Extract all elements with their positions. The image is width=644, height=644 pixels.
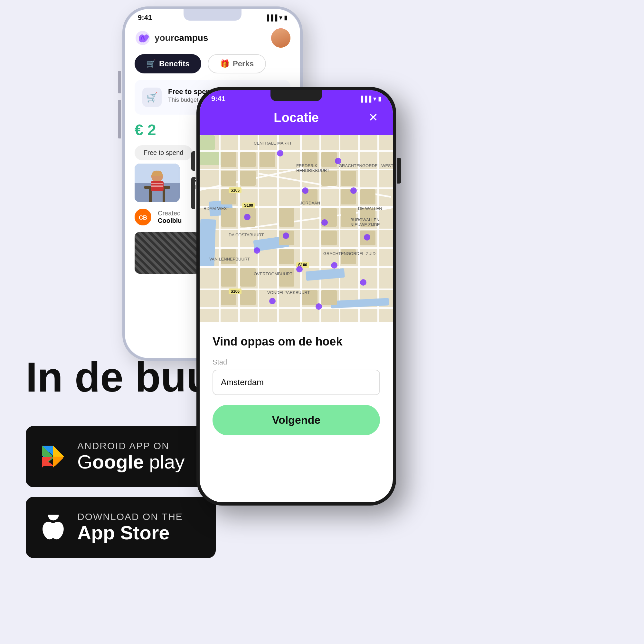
svg-rect-8 <box>151 183 163 184</box>
map-dot-9 <box>254 247 260 254</box>
svg-text:CB: CB <box>139 214 147 221</box>
free-spend-chip[interactable]: Free to spend <box>135 145 192 160</box>
map-dot-14 <box>316 303 322 310</box>
phone-front-screen: 9:41 ▐▐▐ ▾ ▮ Locatie ✕ <box>200 90 393 502</box>
map-label-overtoom: OVERTOOMBUURT <box>254 271 292 276</box>
map-label-grachtenzuid: GRACHTENGORDEL-ZUID <box>323 251 376 256</box>
signal-front-icon: ▐▐▐ <box>359 96 371 102</box>
close-button[interactable]: ✕ <box>365 109 381 126</box>
map-label-centrale: CENTRALE MARKT <box>254 141 292 146</box>
apple-icon <box>39 513 68 542</box>
map-dot-12 <box>360 279 366 286</box>
battery-front-icon: ▮ <box>378 95 381 102</box>
benefits-tab[interactable]: 🛒 Benefits <box>135 54 201 73</box>
bottom-title: Vind oppas om de hoek <box>213 335 380 348</box>
map-dot-5 <box>244 214 251 220</box>
map-label-frederik: FREDERIKHENDRIKBUURT <box>296 163 329 173</box>
creator-label: Created <box>158 210 182 217</box>
perks-icon: 🎁 <box>220 59 230 68</box>
bottom-sheet: Vind oppas om de hoek Stad Amsterdam Vol… <box>200 322 393 445</box>
map-label-lennep: VAN LENNEPBUURT <box>209 257 250 261</box>
tab-bar: 🛒 Benefits 🎁 Perks <box>125 54 300 73</box>
route-106: S106 <box>229 289 241 294</box>
phone-front: 9:41 ▐▐▐ ▾ ▮ Locatie ✕ <box>196 87 396 506</box>
play-store-small-label: ANDROID APP ON <box>77 440 185 451</box>
map-label-jordaan: JORDAAN <box>300 201 320 205</box>
creator-name: Coolblu <box>158 217 182 224</box>
route-100: S100 <box>242 203 255 208</box>
volgende-button[interactable]: Volgende <box>213 405 380 435</box>
wifi-icon: ▾ <box>279 14 282 21</box>
google-play-button[interactable]: ANDROID APP ON Google play <box>26 426 216 487</box>
benefit-icon: 🛒 <box>142 88 162 107</box>
location-header: Locatie ✕ <box>200 103 393 135</box>
app-store-button[interactable]: Download on the App Store <box>26 497 216 558</box>
map-area: CENTRALE MARKT FREDERIKHENDRIKBUURT GRAC… <box>200 135 393 322</box>
play-store-icon <box>39 442 68 471</box>
battery-icon: ▮ <box>284 14 287 21</box>
svg-rect-9 <box>151 185 163 187</box>
app-header: yourcampus <box>125 22 300 54</box>
map-dot-6 <box>321 219 328 226</box>
map-label-rdam: RDAM-WEST <box>204 206 229 211</box>
phone-front-frame: 9:41 ▐▐▐ ▾ ▮ Locatie ✕ <box>196 87 396 506</box>
signal-icon: ▐▐▐ <box>265 14 277 21</box>
app-store-large-label: App Store <box>77 522 183 544</box>
benefits-label: Benefits <box>159 59 190 68</box>
perks-tab[interactable]: 🎁 Perks <box>208 54 266 73</box>
wifi-front-icon: ▾ <box>373 95 376 102</box>
app-logo-text: yourcampus <box>155 33 208 43</box>
perks-label: Perks <box>233 59 254 68</box>
coolblue-logo: CB <box>135 209 151 225</box>
map-label-vondelpark: VONDELPARKBUURT <box>267 290 310 295</box>
card-thumbnail <box>135 164 180 202</box>
benefits-icon: 🛒 <box>146 59 156 68</box>
map-dot-13 <box>269 298 276 304</box>
city-input-label: Stad <box>213 358 380 366</box>
logo-area: yourcampus <box>135 30 208 46</box>
app-store-text: Download on the App Store <box>77 511 183 544</box>
app-store-small-label: Download on the <box>77 511 183 522</box>
map-label-wallen: DE WALLEN <box>358 206 382 211</box>
time-back: 9:41 <box>138 14 152 22</box>
map-dot-2 <box>335 158 341 164</box>
map-dot-7 <box>283 232 289 239</box>
time-front: 9:41 <box>211 95 225 103</box>
map-label-dacosta: DA COSTABUURT <box>229 232 264 237</box>
creator-info: Created Coolblu <box>158 210 182 224</box>
location-title: Locatie <box>227 110 365 125</box>
user-avatar[interactable] <box>271 28 290 48</box>
map-dot-11 <box>296 266 303 272</box>
map-label-grachtengordel: GRACHTENGORDEL-WEST <box>339 163 393 168</box>
play-store-large-label: Google play <box>77 451 185 473</box>
city-input-display[interactable]: Amsterdam <box>213 370 380 395</box>
map-label-burgwallen: BURGWALLENNIEUWE ZIJDE <box>350 217 380 227</box>
play-store-text: ANDROID APP ON Google play <box>77 440 185 473</box>
route-105: S105 <box>229 187 241 193</box>
